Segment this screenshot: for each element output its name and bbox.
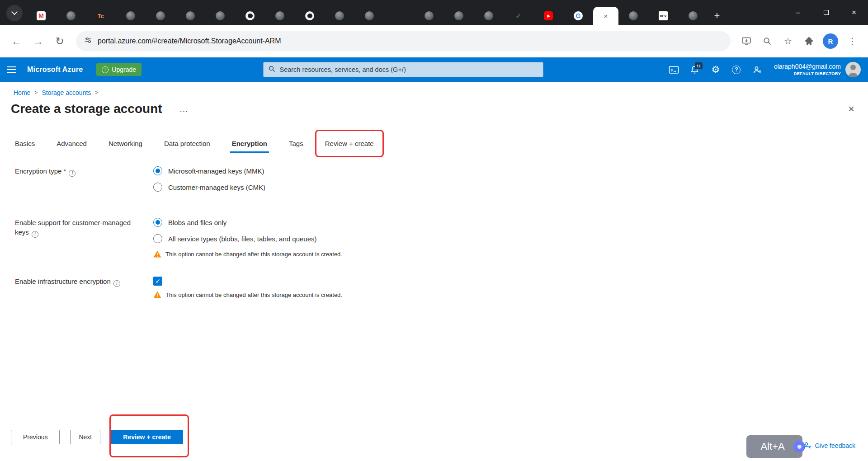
tasks-tab[interactable]: ✓ [504, 7, 533, 25]
dev-tab[interactable]: DEV [648, 7, 678, 25]
site-tab-2-favicon [126, 11, 135, 20]
tab-networking[interactable]: Networking [108, 140, 142, 153]
profile-avatar[interactable]: R [823, 33, 838, 49]
site-tab-2[interactable] [116, 7, 146, 25]
infrastructure-encryption-checkbox[interactable]: ✓ [153, 277, 162, 286]
tab-label: Data protection [164, 140, 210, 147]
tab-encryption[interactable]: Encryption [232, 140, 267, 153]
tab-review-create[interactable]: Review + create [325, 140, 374, 153]
radio-unselected-icon [153, 183, 162, 192]
youtube-tab[interactable]: ▶ [533, 7, 563, 25]
extensions-button[interactable] [799, 32, 818, 51]
tab-strip: MTc✓▶G×DEV + – × [0, 0, 868, 25]
infrastructure-encryption-group: Enable infrastructure encryptioni ✓ This… [15, 277, 868, 298]
account-avatar[interactable] [845, 62, 861, 77]
microsoft-tab[interactable] [384, 7, 414, 25]
site-tab-6[interactable] [265, 7, 295, 25]
encryption-type-label: Encryption type * [15, 167, 66, 175]
info-icon[interactable]: i [113, 280, 120, 287]
new-tab-button[interactable]: + [708, 7, 726, 25]
github-tab-2[interactable] [295, 7, 325, 25]
google-tab[interactable]: G [563, 7, 593, 25]
notification-badge: 11 [695, 62, 703, 69]
tab-basics[interactable]: Basics [15, 140, 35, 153]
review-create-button[interactable]: Review + create [111, 430, 183, 444]
tab-search-button[interactable] [6, 5, 23, 21]
site-tab-12[interactable] [618, 7, 648, 25]
browser-menu-button[interactable]: ⋮ [843, 32, 862, 51]
tab-advanced[interactable]: Advanced [57, 140, 87, 153]
back-button[interactable]: ← [6, 31, 26, 51]
title-more-button[interactable]: … [179, 104, 189, 114]
maximize-button[interactable] [812, 0, 840, 25]
radio-unselected-icon [153, 234, 162, 243]
site-tab-1[interactable] [56, 7, 86, 25]
info-icon[interactable]: i [32, 231, 38, 238]
radio-customer-managed-keys[interactable]: Customer-managed keys (CMK) [153, 183, 265, 192]
info-icon[interactable]: i [69, 170, 75, 177]
breadcrumb-home-link[interactable]: Home [14, 89, 30, 96]
upgrade-button[interactable]: ↑ Upgrade [96, 63, 142, 76]
search-icon[interactable] [758, 32, 777, 51]
forward-button[interactable]: → [28, 31, 48, 51]
cloud-shell-button[interactable] [665, 61, 683, 78]
site-tab-1-favicon [66, 11, 75, 20]
infrastructure-encryption-label: Enable infrastructure encryption [15, 278, 111, 285]
hamburger-menu-button[interactable] [7, 65, 19, 75]
tab-close-icon[interactable]: × [604, 13, 608, 19]
chevron-down-icon [11, 9, 18, 15]
azure-search-box[interactable] [263, 62, 543, 77]
help-button[interactable]: ? [728, 61, 745, 78]
tc-site-tab[interactable]: Tc [86, 7, 116, 25]
azure-logo-text[interactable]: Microsoft Azure [27, 66, 83, 74]
google-tab-favicon: G [574, 11, 583, 20]
warning-icon [153, 291, 161, 298]
field-label: Enable support for customer-managed keys… [15, 218, 153, 258]
radio-microsoft-managed-keys[interactable]: Microsoft-managed keys (MMK) [153, 166, 265, 175]
account-info[interactable]: olaraph004@gmail.com DEFAULT DIRECTORY [774, 63, 841, 76]
radio-all-service-types[interactable]: All service types (blobs, files, tables,… [153, 234, 342, 243]
azure-search-input[interactable] [279, 66, 538, 73]
button-label: Review + create [123, 433, 170, 441]
wizard-footer: Previous Next Review + create [11, 430, 183, 444]
radio-blobs-files-only[interactable]: Blobs and files only [153, 218, 342, 227]
site-tab-10-favicon [454, 11, 463, 20]
give-feedback-link[interactable]: Give feedback [803, 442, 856, 449]
tab-tags[interactable]: Tags [289, 140, 303, 153]
tab-data-protection[interactable]: Data protection [164, 140, 210, 153]
warning-text: This option cannot be changed after this… [165, 251, 342, 258]
breadcrumb-storage-accounts-link[interactable]: Storage accounts [42, 89, 91, 96]
site-tab-9[interactable] [414, 7, 444, 25]
encryption-type-group: Encryption type *i Microsoft-managed key… [15, 166, 868, 199]
feedback-smiley-button[interactable] [749, 61, 766, 78]
site-tab-10[interactable] [444, 7, 474, 25]
site-tab-13[interactable] [678, 7, 708, 25]
azure-portal-tab[interactable]: × [593, 7, 618, 25]
address-bar[interactable]: portal.azure.com/#create/Microsoft.Stora… [76, 31, 731, 51]
previous-button[interactable]: Previous [11, 430, 60, 444]
window-close-button[interactable]: × [840, 0, 868, 25]
browser-toolbar: ← → ↻ portal.azure.com/#create/Microsoft… [0, 25, 868, 57]
site-settings-icon[interactable] [84, 36, 92, 46]
settings-gear-button[interactable]: ⚙ [707, 61, 724, 78]
notifications-bell-button[interactable]: 11 [686, 61, 703, 78]
reload-button[interactable]: ↻ [50, 31, 70, 51]
next-button[interactable]: Next [70, 430, 100, 444]
blade-close-button[interactable]: × [848, 103, 854, 114]
breadcrumb-separator: > [34, 89, 38, 96]
site-tab-7[interactable] [325, 7, 354, 25]
github-tab-1-favicon [245, 11, 255, 20]
site-tab-5[interactable] [205, 7, 235, 25]
site-tab-4[interactable] [175, 7, 205, 25]
install-app-button[interactable] [737, 32, 756, 51]
minimize-button[interactable]: – [784, 0, 812, 25]
radio-label: All service types (blobs, files, tables,… [168, 235, 317, 243]
cmk-support-group: Enable support for customer-managed keys… [15, 218, 868, 258]
site-tab-11[interactable] [474, 7, 504, 25]
site-tab-8[interactable] [354, 7, 384, 25]
gmail-tab[interactable]: M [26, 7, 56, 25]
site-tab-3[interactable] [146, 7, 175, 25]
github-tab-1[interactable] [235, 7, 265, 25]
site-tab-9-favicon [425, 11, 434, 20]
bookmark-star-button[interactable]: ☆ [778, 32, 797, 51]
